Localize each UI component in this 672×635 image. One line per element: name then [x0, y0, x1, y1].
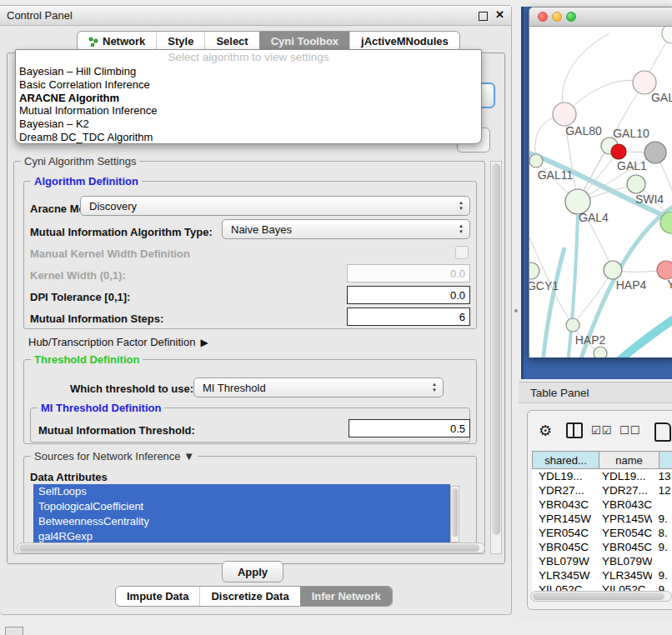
node-red[interactable]	[611, 144, 626, 159]
settings-vertical-scrollbar[interactable]	[490, 161, 502, 554]
tab-impute-data[interactable]: Impute Data	[116, 587, 199, 606]
threshold-definition-legend: Threshold Definition	[31, 353, 143, 366]
mi-type-combo[interactable]: Naive Bayes ▲▼	[222, 219, 470, 239]
apply-button[interactable]: Apply	[222, 561, 283, 582]
table-cell: YDR27...	[532, 484, 595, 497]
attributes-vertical-scrollbar[interactable]	[450, 486, 459, 542]
data-attributes-label: Data Attributes	[30, 471, 108, 483]
hub-definition-expander[interactable]: Hub/Transcription Factor Definition▶	[28, 336, 208, 348]
algorithm-option[interactable]: Dream8 DC_TDC Algorithm	[16, 131, 481, 144]
table-row[interactable]: YPR145WYPR145W9.	[532, 512, 672, 526]
algorithm-definition-legend: Algorithm Definition	[31, 175, 142, 188]
node-hap2[interactable]	[566, 318, 579, 332]
table-row[interactable]: YDL19...YDL19...13	[532, 469, 672, 483]
table-row[interactable]: YBR045CYBR045C9.	[532, 540, 672, 554]
network-edge	[616, 312, 672, 358]
attribute-item[interactable]: SelfLoops	[33, 484, 450, 499]
node-hap4[interactable]	[604, 261, 622, 279]
mi-threshold-field[interactable]	[349, 419, 470, 438]
settings-scrollbar-thumb[interactable]	[492, 163, 500, 535]
attribute-item[interactable]: TopologicalCoefficient	[33, 499, 450, 514]
mi-steps-field[interactable]	[347, 308, 470, 326]
node-gcy1[interactable]	[529, 262, 539, 279]
mac-zoom-icon[interactable]	[566, 12, 576, 22]
algorithm-option[interactable]: Bayesian – K2	[16, 118, 481, 131]
pane-border	[521, 7, 524, 379]
column-header[interactable]: A	[659, 451, 672, 469]
tab-network[interactable]: Network	[78, 32, 156, 51]
tab-select[interactable]: Select	[204, 32, 258, 51]
node-label: Y	[667, 278, 672, 291]
manual-kernel-checkbox[interactable]	[455, 246, 469, 259]
table-cell: YBR043C	[532, 498, 595, 511]
gear-icon[interactable]: ⚙	[539, 422, 552, 439]
float-window-icon[interactable]	[479, 12, 488, 21]
table-cell: YDR27...	[595, 484, 652, 497]
table-cell: YER054C	[595, 527, 652, 539]
node-label: GAL	[651, 91, 672, 104]
node-gray[interactable]	[644, 142, 666, 163]
table-cell: 9.	[652, 569, 672, 582]
node-table-card: ⚙ ☑☑ ☐☐ shared...nameA YDL19...YDL19...1…	[527, 410, 672, 610]
combo-arrows-icon: ▲▼	[432, 382, 437, 393]
node-label: GAL4	[579, 211, 609, 224]
network-edge	[543, 248, 564, 358]
settings-hscrollbar-thumb[interactable]	[19, 544, 479, 552]
export-table-icon[interactable]	[654, 422, 671, 442]
table-row[interactable]: YBR043CYBR043C	[532, 498, 672, 512]
table-cell: YBL079W	[532, 555, 595, 568]
columns-icon[interactable]	[566, 422, 583, 438]
close-icon[interactable]: ✕	[495, 8, 504, 21]
table-row[interactable]: YLR345WYLR345W9.	[532, 568, 672, 582]
dpi-tolerance-field[interactable]	[347, 286, 470, 304]
tab-style[interactable]: Style	[156, 32, 204, 51]
mac-minimize-icon[interactable]	[552, 12, 562, 22]
split-pane-handle[interactable]	[514, 309, 518, 312]
table-cell: YLR345W	[595, 569, 652, 582]
tab-jactivemnodules[interactable]: jActiveMNodules	[349, 32, 459, 51]
algorithm-option[interactable]: ARACNE Algorithm	[16, 92, 481, 105]
settings-horizontal-scrollbar[interactable]	[17, 542, 485, 553]
algorithm-option[interactable]: Basic Correlation Inference	[16, 78, 481, 92]
table-cell: YBL079W	[595, 555, 652, 568]
data-attributes-list[interactable]: SelfLoopsTopologicalCoefficientBetweenne…	[33, 484, 450, 544]
kernel-width-field[interactable]	[347, 264, 470, 282]
algorithm-popup-list: Bayesian – Hill ClimbingBasic Correlatio…	[16, 65, 481, 144]
deselect-all-checkboxes-icon[interactable]: ☐☐	[619, 424, 640, 437]
select-all-checkboxes-icon[interactable]: ☑☑	[591, 424, 612, 437]
column-header[interactable]: name	[599, 451, 659, 469]
network-window-titlebar[interactable]	[529, 8, 672, 27]
minimized-panel-icon[interactable]	[5, 627, 23, 635]
table-cell: YDL19...	[595, 470, 652, 482]
node-bottom[interactable]	[594, 347, 607, 358]
mac-close-icon[interactable]	[538, 12, 548, 22]
attribute-item[interactable]: BetweennessCentrality	[33, 514, 450, 529]
sources-legend[interactable]: Sources for Network Inference ▼	[31, 450, 198, 462]
table-row[interactable]: YBL079WYBL079W	[532, 554, 672, 568]
column-header[interactable]: shared...	[532, 451, 599, 469]
network-edge	[562, 33, 609, 114]
table-hscrollbar-thumb[interactable]	[533, 592, 664, 600]
table-row[interactable]: YER054CYER054C8.	[532, 526, 672, 540]
table-cell: YLR345W	[532, 569, 595, 582]
network-canvas[interactable]: GALGAL80GAL10GAL1GAL11SWI4GAL4GCY1HAP4YH…	[529, 27, 672, 358]
tab-discretize-data[interactable]: Discretize Data	[199, 587, 299, 606]
which-threshold-combo[interactable]: MI Threshold ▲▼	[193, 378, 444, 398]
expand-right-icon: ▶	[200, 337, 208, 348]
attributes-scrollbar-thumb[interactable]	[452, 488, 458, 537]
node-gal11[interactable]	[529, 154, 543, 168]
tab-infer-network[interactable]: Infer Network	[300, 587, 392, 606]
table-horizontal-scrollbar[interactable]	[530, 591, 672, 602]
algorithm-option[interactable]: Bayesian – Hill Climbing	[16, 65, 481, 78]
node-top-right[interactable]	[662, 27, 672, 43]
node-label: SWI4	[635, 192, 664, 206]
node-salmon[interactable]	[657, 261, 672, 279]
algorithm-option[interactable]: Mutual Information Inference	[16, 104, 481, 118]
table-row[interactable]: YDR27...YDR27...12	[532, 483, 672, 498]
table-cell: YBR045C	[595, 541, 652, 553]
node-gal80[interactable]	[553, 102, 576, 126]
aracne-mode-combo[interactable]: Discovery ▲▼	[80, 196, 470, 216]
tab-cyni-toolbox[interactable]: Cyni Toolbox	[259, 32, 349, 51]
node-label: GAL11	[538, 168, 574, 182]
node-gal1[interactable]	[627, 175, 645, 193]
